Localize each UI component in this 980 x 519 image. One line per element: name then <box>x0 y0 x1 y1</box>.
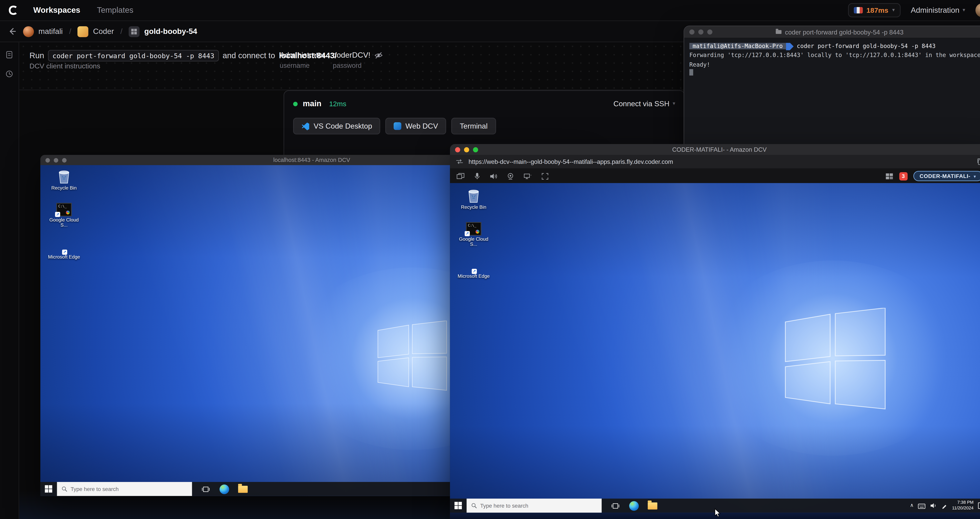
action-center-icon[interactable] <box>978 502 980 509</box>
chevron-down-icon: ▾ <box>892 8 895 13</box>
zoom-button[interactable] <box>473 147 478 152</box>
terminal-button[interactable]: Terminal <box>452 118 496 134</box>
search-input[interactable] <box>70 486 188 492</box>
speaker-icon[interactable] <box>490 172 497 180</box>
taskbar-search[interactable] <box>467 498 602 513</box>
notification-badge[interactable]: 3 <box>899 172 907 180</box>
microsoft-edge-icon[interactable]: ↗ Microsoft Edge <box>456 256 492 280</box>
search-input[interactable] <box>480 502 597 509</box>
url-text[interactable]: https://web-dcv--main--gold-booby-54--ma… <box>468 158 972 165</box>
audit-log-icon[interactable] <box>5 51 13 59</box>
terminal-output[interactable]: matifali@Atifs-MacBook-Procoder port-for… <box>684 38 980 82</box>
breadcrumb-separator: / <box>120 27 123 36</box>
windows-logo-icon <box>455 502 462 509</box>
copy-icon[interactable] <box>977 158 980 165</box>
keyboard-icon[interactable] <box>918 500 926 511</box>
start-button[interactable] <box>40 482 57 496</box>
connect-via-ssh-button[interactable]: Connect via SSH ▾ <box>614 100 675 107</box>
edge-taskbar-icon[interactable] <box>628 498 639 513</box>
displays-icon[interactable] <box>523 172 532 180</box>
window-controls <box>689 29 713 35</box>
shortcut-arrow-icon: ↗ <box>465 231 470 236</box>
task-view-icon[interactable] <box>200 482 210 496</box>
chevron-down-icon: ▾ <box>673 101 675 106</box>
history-icon[interactable] <box>5 70 13 78</box>
topbar-right: 187ms ▾ Administration ▾ ▾ <box>848 3 980 17</box>
agent-status-dot <box>293 102 298 106</box>
file-explorer-icon[interactable] <box>237 482 248 496</box>
taskbar-clock[interactable]: 7:38 PM 11/20/2024 <box>952 500 974 511</box>
tray-expand-icon[interactable]: ∧ <box>910 503 913 508</box>
windows-session-icon[interactable] <box>456 172 465 180</box>
google-cloud-shell-icon[interactable]: C:\_↗ Google Cloud S... <box>46 199 82 229</box>
close-button[interactable] <box>689 29 694 35</box>
workspace-icon <box>129 26 140 37</box>
file-explorer-icon[interactable] <box>647 498 657 513</box>
eye-off-icon[interactable] <box>374 51 382 59</box>
window-controls <box>455 147 478 152</box>
start-button[interactable] <box>450 498 467 513</box>
breadcrumb-org[interactable]: Coder <box>78 26 114 37</box>
tray-date: 11/20/2024 <box>952 506 974 511</box>
shortcut-arrow-icon: ↗ <box>62 250 67 255</box>
screen: Workspaces Templates 187ms ▾ Administrat… <box>0 0 980 519</box>
connect-label: and connect to <box>223 51 275 60</box>
terminal-line: Ready! <box>689 60 980 69</box>
chevron-down-icon: ▾ <box>974 174 976 178</box>
windows-logo-icon <box>45 485 52 493</box>
close-button[interactable] <box>455 147 460 152</box>
edge-taskbar-icon[interactable] <box>219 482 229 496</box>
back-button[interactable] <box>8 27 17 36</box>
recycle-bin-icon[interactable]: Recycle Bin <box>456 187 492 210</box>
fullscreen-icon[interactable] <box>541 172 549 180</box>
agent-actions: VS Code Desktop Web DCV Terminal <box>284 108 684 134</box>
terminal-command: coder port-forward gold-booby-54 -p 8443 <box>797 43 935 49</box>
coder-logo[interactable] <box>8 5 19 16</box>
terminal-prompt-line: matifali@Atifs-MacBook-Procoder port-for… <box>689 41 980 51</box>
windows-desktop[interactable]: Recycle Bin C:\_↗ Google Cloud S... ↗ Mi… <box>450 183 980 519</box>
org-avatar <box>78 26 89 37</box>
terminal-line: Forwarding 'tcp://127.0.0.1:8443' locall… <box>689 51 980 60</box>
system-tray: ∧ 7:38 PM 11/20/2024 <box>910 498 980 513</box>
microphone-icon[interactable] <box>474 172 480 180</box>
stage: Workspaces Templates 187ms ▾ Administrat… <box>0 0 980 519</box>
breadcrumb-workspace[interactable]: gold-booby-54 <box>129 26 197 37</box>
password-credential: coderDCV! password <box>333 51 383 69</box>
volume-icon[interactable] <box>930 500 937 511</box>
administration-menu[interactable]: Administration ▾ <box>911 6 965 15</box>
chevron-down-icon: ▾ <box>963 8 965 13</box>
recycle-bin-glyph <box>56 168 72 185</box>
webcam-icon[interactable] <box>507 172 514 180</box>
microsoft-edge-icon[interactable]: ↗ Microsoft Edge <box>46 237 82 260</box>
google-cloud-shell-icon[interactable]: C:\_↗ Google Cloud S... <box>456 219 492 248</box>
taskbar-search[interactable] <box>57 482 192 496</box>
minimize-button[interactable] <box>54 158 58 162</box>
terminal-title: coder port-forward gold-booby-54 -p 8443 <box>684 29 980 35</box>
pen-icon[interactable] <box>942 500 947 511</box>
dcv-client-instructions-link[interactable]: DCV client instructions <box>29 62 100 70</box>
nav-workspaces[interactable]: Workspaces <box>33 6 80 15</box>
user-menu[interactable]: ▾ <box>975 3 980 17</box>
task-view-icon[interactable] <box>610 498 620 513</box>
terminal-titlebar[interactable]: coder port-forward gold-booby-54 -p 8443 <box>684 26 980 38</box>
breadcrumb-user[interactable]: matifali <box>23 26 63 37</box>
zoom-button[interactable] <box>62 158 67 162</box>
window-controls <box>46 158 67 162</box>
recycle-bin-icon[interactable]: Recycle Bin <box>46 168 82 191</box>
port-forward-command[interactable]: coder port-forward gold-booby-54 -p 8443 <box>48 50 219 62</box>
password-value: coderDCV! <box>333 51 371 60</box>
screenshare-icon[interactable] <box>885 172 893 180</box>
vscode-icon <box>301 122 310 130</box>
remote-dcv-titlebar[interactable]: CODER-MATIFALI- - Amazon DCV <box>450 144 980 155</box>
close-button[interactable] <box>46 158 50 162</box>
zoom-button[interactable] <box>707 29 712 35</box>
search-icon <box>61 486 67 492</box>
minimize-button[interactable] <box>698 29 703 35</box>
administration-label: Administration <box>911 6 959 15</box>
web-dcv-button[interactable]: Web DCV <box>385 118 446 134</box>
session-menu-button[interactable]: CODER-MATIFALI- ▾ <box>913 171 980 181</box>
minimize-button[interactable] <box>464 147 469 152</box>
nav-templates[interactable]: Templates <box>97 6 133 15</box>
vscode-desktop-button[interactable]: VS Code Desktop <box>293 118 380 134</box>
latency-chip[interactable]: 187ms ▾ <box>848 3 900 17</box>
